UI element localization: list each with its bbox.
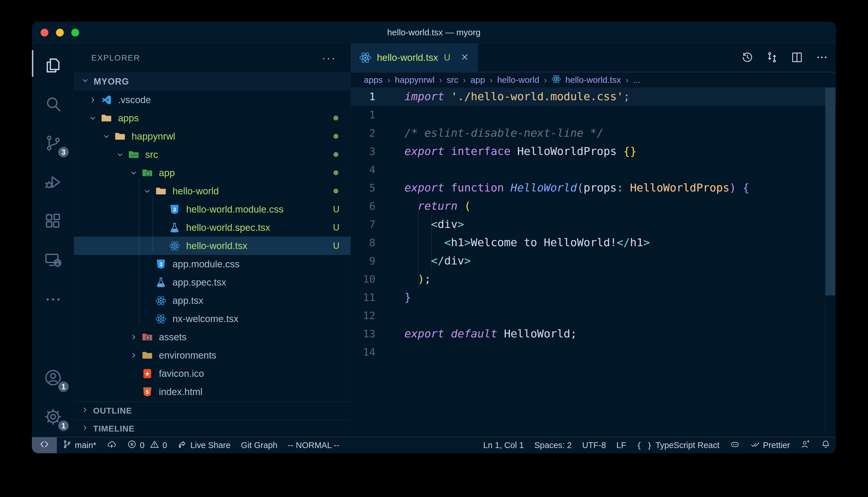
line-number[interactable]: 5	[351, 179, 375, 197]
line-number[interactable]: 4	[351, 160, 375, 179]
code-line[interactable]: 4	[351, 160, 836, 179]
breadcrumb-item-app[interactable]: app	[470, 75, 485, 85]
activity-bar-item-run-debug[interactable]	[32, 163, 74, 202]
code-line[interactable]: 5export function HelloWorld(props: Hello…	[351, 179, 836, 197]
close-tab-button[interactable]	[460, 53, 469, 63]
line-number[interactable]: 7	[351, 215, 375, 233]
line-number[interactable]: 14	[351, 343, 375, 361]
code-line[interactable]: 13export default HelloWorld;	[351, 325, 836, 343]
breadcrumb-item-src[interactable]: src	[447, 75, 458, 85]
tree-item-nx-welcome-tsx[interactable]: nx-welcome.tsx	[74, 310, 350, 328]
status-item-vim-mode[interactable]: -- NORMAL --	[283, 437, 345, 453]
line-number[interactable]: 10	[351, 270, 375, 288]
line-number[interactable]: 9	[351, 252, 375, 270]
code-line[interactable]: 10 );	[351, 270, 836, 288]
activity-bar-item-extensions[interactable]	[32, 202, 74, 241]
activity-bar-item-search[interactable]	[32, 85, 74, 124]
code-line[interactable]: 2/* eslint-disable-next-line */	[351, 124, 836, 142]
code-line[interactable]: 9 </div>	[351, 252, 836, 270]
status-item-git-graph[interactable]: Git Graph	[236, 437, 283, 453]
split-editor-button[interactable]	[790, 51, 803, 65]
code-editor[interactable]: 1import './hello-world.module.css';12/* …	[351, 87, 836, 437]
tree-item-environments[interactable]: environments	[74, 346, 350, 364]
activity-bar-item-source-control[interactable]: 3	[32, 124, 74, 163]
status-item-feedback[interactable]	[795, 437, 815, 453]
timeline-section-header[interactable]: TIMELINE	[74, 420, 350, 437]
tree-item-app-spec-tsx[interactable]: app.spec.tsx	[74, 273, 350, 292]
chevron-down-icon[interactable]	[116, 150, 128, 159]
chevron-right-icon[interactable]	[88, 96, 100, 104]
line-number[interactable]: 3	[351, 142, 375, 160]
tree-item-hello-world[interactable]: hello-world	[74, 182, 350, 200]
timeline-history-button[interactable]	[741, 51, 754, 65]
breadcrumb-item-happynrwl[interactable]: happynrwl	[395, 75, 435, 85]
breadcrumb-item-hello-world-tsx[interactable]: hello-world.tsx	[551, 74, 621, 86]
status-item-problems[interactable]: 00	[122, 437, 172, 453]
status-item-eol[interactable]: LF	[611, 437, 631, 453]
tree-item-src[interactable]: </>src	[74, 145, 350, 164]
status-item-git-branch[interactable]: main*	[57, 437, 101, 453]
outline-section-header[interactable]: OUTLINE	[74, 401, 350, 420]
chevron-down-icon[interactable]	[88, 114, 100, 123]
breadcrumb-item-hello-world[interactable]: hello-world	[497, 75, 539, 85]
code-line[interactable]: 8 <h1>Welcome to HelloWorld!</h1>	[351, 233, 836, 252]
line-number[interactable]: 6	[351, 197, 375, 215]
tree-item-favicon-ico[interactable]: ★favicon.ico	[74, 364, 350, 383]
activity-bar-item-settings[interactable]: 1	[32, 398, 74, 437]
status-item-encoding[interactable]: UTF-8	[577, 437, 611, 453]
tab-hello-world-tsx[interactable]: hello-world.tsx U	[351, 43, 478, 72]
line-number[interactable]: 1	[351, 106, 375, 124]
status-item-prettier[interactable]: Prettier	[745, 437, 795, 453]
tree-item-apps[interactable]: apps	[74, 109, 350, 127]
tree-item-hello-world-spec-tsx[interactable]: hello-world.spec.tsxU	[74, 218, 350, 237]
chevron-right-icon[interactable]	[129, 333, 141, 341]
editor-scrollbar[interactable]	[824, 87, 836, 437]
tree-item-index-html[interactable]: 5index.html	[74, 383, 350, 401]
line-number[interactable]: 1	[351, 87, 375, 106]
line-number[interactable]: 11	[351, 288, 375, 307]
activity-bar-item-remote-explorer[interactable]	[32, 241, 74, 280]
status-item-publish-changes[interactable]	[101, 437, 122, 453]
status-item-remote-indicator[interactable]	[32, 437, 57, 453]
chevron-right-icon[interactable]	[129, 351, 141, 360]
status-item-language-mode[interactable]: { }TypeScript React	[631, 437, 725, 453]
more-actions-button[interactable]	[815, 51, 828, 65]
code-line[interactable]: 14	[351, 343, 836, 361]
activity-bar-item-accounts[interactable]: 1	[32, 358, 74, 398]
code-line[interactable]: 6 return (	[351, 197, 836, 215]
chevron-down-icon[interactable]	[102, 132, 114, 141]
minimize-window-button[interactable]	[56, 29, 64, 37]
chevron-down-icon[interactable]	[143, 187, 155, 196]
code-line[interactable]: 1import './hello-world.module.css';	[351, 87, 836, 106]
breadcrumb-item-apps[interactable]: apps	[364, 75, 383, 85]
close-window-button[interactable]	[41, 29, 49, 37]
tree-item-assets[interactable]: assets	[74, 328, 350, 346]
status-item-cursor-position[interactable]: Ln 1, Col 1	[478, 437, 529, 453]
line-number[interactable]: 12	[351, 307, 375, 325]
status-item-copilot[interactable]	[725, 437, 745, 453]
zoom-window-button[interactable]	[71, 29, 79, 37]
activity-bar-item-more-views[interactable]	[32, 280, 74, 320]
tree-item--vscode[interactable]: .vscode	[74, 91, 350, 109]
activity-bar-item-explorer[interactable]	[32, 46, 74, 85]
tree-item-hello-world-module-css[interactable]: 3hello-world.module.cssU	[74, 200, 350, 218]
tree-item-app-module-css[interactable]: 3app.module.css	[74, 255, 350, 273]
status-item-live-share[interactable]: Live Share	[172, 437, 236, 453]
code-line[interactable]: 12	[351, 307, 836, 325]
code-line[interactable]: 3export interface HelloWorldProps {}	[351, 142, 836, 160]
status-item-indentation[interactable]: Spaces: 2	[529, 437, 577, 453]
code-line[interactable]: 1	[351, 106, 836, 124]
code-line[interactable]: 7 <div>	[351, 215, 836, 233]
tree-item-app[interactable]: app	[74, 164, 350, 182]
code-line[interactable]: 11}	[351, 288, 836, 307]
line-number[interactable]: 8	[351, 233, 375, 252]
line-number[interactable]: 13	[351, 325, 375, 343]
workspace-root-header[interactable]: MYORG	[74, 72, 350, 91]
open-changes-button[interactable]	[766, 51, 779, 65]
tree-item-hello-world-tsx[interactable]: hello-world.tsxU	[74, 237, 350, 255]
chevron-down-icon[interactable]	[129, 169, 141, 177]
breadcrumb-item--[interactable]: ...	[633, 75, 640, 85]
status-item-notifications[interactable]	[815, 437, 836, 453]
tree-item-app-tsx[interactable]: app.tsx	[74, 292, 350, 310]
scrollbar-thumb[interactable]	[825, 87, 835, 295]
